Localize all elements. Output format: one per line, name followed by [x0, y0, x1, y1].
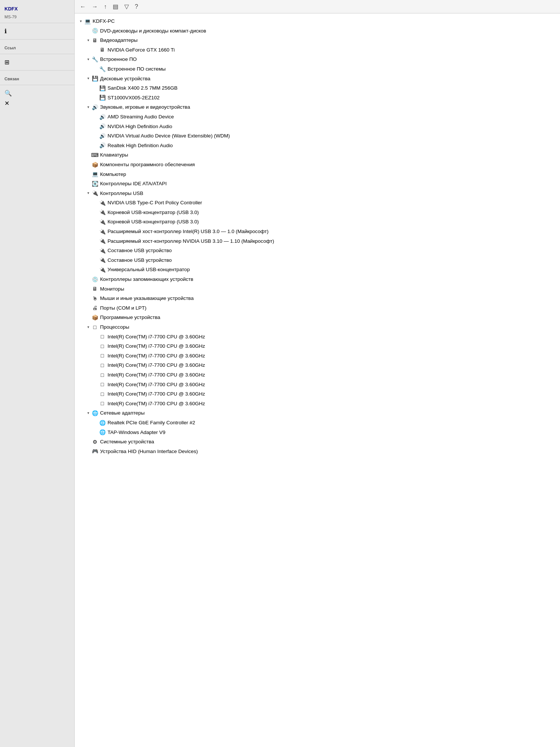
expand-icon[interactable]: [93, 219, 99, 225]
tree-item[interactable]: 💽Контроллеры IDE ATA/ATAPI: [75, 179, 560, 189]
expand-icon[interactable]: [93, 85, 99, 91]
tree-item[interactable]: 🔧Встроенное ПО системы: [75, 64, 560, 74]
tree-item[interactable]: 🔊Realtek High Definition Audio: [75, 141, 560, 151]
tree-item[interactable]: 🔌Корневой USB-концентратор (USB 3.0): [75, 208, 560, 217]
expand-icon[interactable]: [93, 66, 99, 72]
back-button[interactable]: ←: [78, 2, 88, 12]
tree-item[interactable]: □Intel(R) Core(TM) i7-7700 CPU @ 3.60GHz: [75, 351, 560, 361]
expand-icon[interactable]: [85, 28, 91, 34]
expand-icon[interactable]: [93, 334, 99, 340]
tree-item[interactable]: 🖥NVIDIA GeForce GTX 1660 Ti: [75, 45, 560, 55]
tree-item[interactable]: ▾□Процессоры: [75, 322, 560, 332]
expand-icon[interactable]: [93, 210, 99, 216]
expand-icon[interactable]: ▾: [85, 37, 91, 43]
tree-item[interactable]: 🔌Составное USB устройство: [75, 246, 560, 255]
expand-icon[interactable]: [93, 353, 99, 359]
up-button[interactable]: ↑: [102, 2, 109, 12]
expand-icon[interactable]: [93, 429, 99, 435]
tree-item[interactable]: 💿DVD-дисководы и дисководы компакт-диско…: [75, 26, 560, 36]
tree-item[interactable]: 💾ST1000VX005-2EZ102: [75, 93, 560, 103]
expand-icon[interactable]: [85, 286, 91, 292]
expand-icon[interactable]: [85, 276, 91, 282]
tree-item[interactable]: ▾🌐Сетевые адаптеры: [75, 408, 560, 418]
sidebar-close[interactable]: ✕: [0, 98, 74, 108]
tree-item[interactable]: □Intel(R) Core(TM) i7-7700 CPU @ 3.60GHz: [75, 399, 560, 409]
expand-icon[interactable]: [93, 143, 99, 149]
tree-item[interactable]: 🔌NVIDIA USB Type-C Port Policy Controlle…: [75, 198, 560, 208]
tree-item[interactable]: □Intel(R) Core(TM) i7-7700 CPU @ 3.60GHz: [75, 389, 560, 399]
tree-item[interactable]: 🔊AMD Streaming Audio Device: [75, 112, 560, 122]
tree-item[interactable]: □Intel(R) Core(TM) i7-7700 CPU @ 3.60GHz: [75, 370, 560, 380]
tree-item[interactable]: 🔌Корневой USB-концентратор (USB 3.0): [75, 217, 560, 227]
tree-item[interactable]: ▾💻KDFX-PC: [75, 16, 560, 26]
expand-icon[interactable]: [85, 449, 91, 455]
tree-item[interactable]: □Intel(R) Core(TM) i7-7700 CPU @ 3.60GHz: [75, 341, 560, 351]
tree-item[interactable]: 💻Компьютер: [75, 170, 560, 179]
expand-icon[interactable]: ▾: [85, 324, 91, 330]
expand-icon[interactable]: [93, 362, 99, 368]
expand-icon[interactable]: [93, 401, 99, 407]
tree-item[interactable]: 💾SanDisk X400 2.5 7MM 256GB: [75, 83, 560, 93]
expand-icon[interactable]: [93, 200, 99, 206]
tree-item[interactable]: 🔌Расширяемый хост-контроллер NVIDIA USB …: [75, 236, 560, 246]
tree-item[interactable]: 🔌Составное USB устройство: [75, 255, 560, 265]
expand-icon[interactable]: [93, 229, 99, 235]
tree-item[interactable]: 🔊NVIDIA Virtual Audio Device (Wave Exten…: [75, 131, 560, 141]
tree-item[interactable]: 📦Компоненты программного обеспечения: [75, 160, 560, 170]
expand-icon[interactable]: [93, 47, 99, 53]
filter-button[interactable]: ▽: [122, 1, 131, 12]
tree-item[interactable]: ▾🔊Звуковые, игровые и видеоустройства: [75, 102, 560, 112]
expand-icon[interactable]: [85, 439, 91, 445]
tree-item[interactable]: 🌐Realtek PCIe GbE Family Controller #2: [75, 418, 560, 428]
tree-item[interactable]: ▾🖥Видеоадаптеры: [75, 35, 560, 45]
sidebar-computer-name[interactable]: KDFX: [0, 4, 74, 14]
expand-icon[interactable]: [93, 257, 99, 263]
expand-icon[interactable]: [93, 95, 99, 101]
expand-icon[interactable]: ▾: [85, 190, 91, 196]
expand-icon[interactable]: [85, 314, 91, 320]
sidebar-info[interactable]: ℹ: [0, 26, 74, 36]
tree-item[interactable]: □Intel(R) Core(TM) i7-7700 CPU @ 3.60GHz: [75, 380, 560, 390]
tree-item[interactable]: 🔌Расширяемый хост-контроллер Intel(R) US…: [75, 227, 560, 236]
expand-icon[interactable]: [93, 238, 99, 244]
expand-icon[interactable]: ▾: [85, 56, 91, 62]
expand-icon[interactable]: [93, 381, 99, 387]
expand-icon[interactable]: [85, 162, 91, 168]
expand-icon[interactable]: [93, 420, 99, 426]
forward-button[interactable]: →: [90, 2, 100, 12]
tree-item[interactable]: ⚙Системные устройства: [75, 437, 560, 447]
expand-icon[interactable]: ▾: [85, 104, 91, 110]
expand-icon[interactable]: [93, 133, 99, 139]
tree-item[interactable]: 🖥Мониторы: [75, 284, 560, 294]
expand-icon[interactable]: [85, 295, 91, 301]
expand-icon[interactable]: [93, 114, 99, 120]
expand-icon[interactable]: [93, 248, 99, 254]
tree-item[interactable]: □Intel(R) Core(TM) i7-7700 CPU @ 3.60GHz: [75, 360, 560, 370]
expand-icon[interactable]: ▾: [78, 18, 84, 24]
tree-item[interactable]: 📦Программные устройства: [75, 313, 560, 322]
expand-icon[interactable]: [85, 305, 91, 311]
expand-icon[interactable]: [85, 181, 91, 187]
expand-icon[interactable]: [93, 372, 99, 378]
expand-icon[interactable]: [93, 267, 99, 273]
tree-item[interactable]: 🎮Устройства HID (Human Interface Devices…: [75, 447, 560, 456]
expand-icon[interactable]: [85, 171, 91, 177]
tree-item[interactable]: ▾🔧Встроенное ПО: [75, 55, 560, 64]
tree-item[interactable]: 🖱Мыши и иные указывающие устройства: [75, 294, 560, 303]
tree-item[interactable]: 💿Контроллеры запоминающих устройств: [75, 275, 560, 284]
tree-item[interactable]: 🔌Универсальный USB-концентратор: [75, 265, 560, 275]
tree-item[interactable]: 🔊NVIDIA High Definition Audio: [75, 122, 560, 131]
tree-item[interactable]: ▾💾Дисковые устройства: [75, 74, 560, 84]
tree-item[interactable]: □Intel(R) Core(TM) i7-7700 CPU @ 3.60GHz: [75, 332, 560, 342]
sidebar-windows[interactable]: ⊞: [0, 57, 74, 67]
view-button[interactable]: ▤: [111, 1, 121, 12]
expand-icon[interactable]: [85, 152, 91, 158]
tree-item[interactable]: 🖨Порты (COM и LPT): [75, 303, 560, 313]
tree-item[interactable]: ▾🔌Контроллеры USB: [75, 189, 560, 198]
expand-icon[interactable]: [93, 391, 99, 397]
expand-icon[interactable]: ▾: [85, 75, 91, 81]
expand-icon[interactable]: ▾: [85, 410, 91, 416]
tree-item[interactable]: 🌐TAP-Windows Adapter V9: [75, 428, 560, 437]
tree-item[interactable]: ⌨Клавиатуры: [75, 150, 560, 160]
help-button[interactable]: ?: [133, 2, 140, 12]
